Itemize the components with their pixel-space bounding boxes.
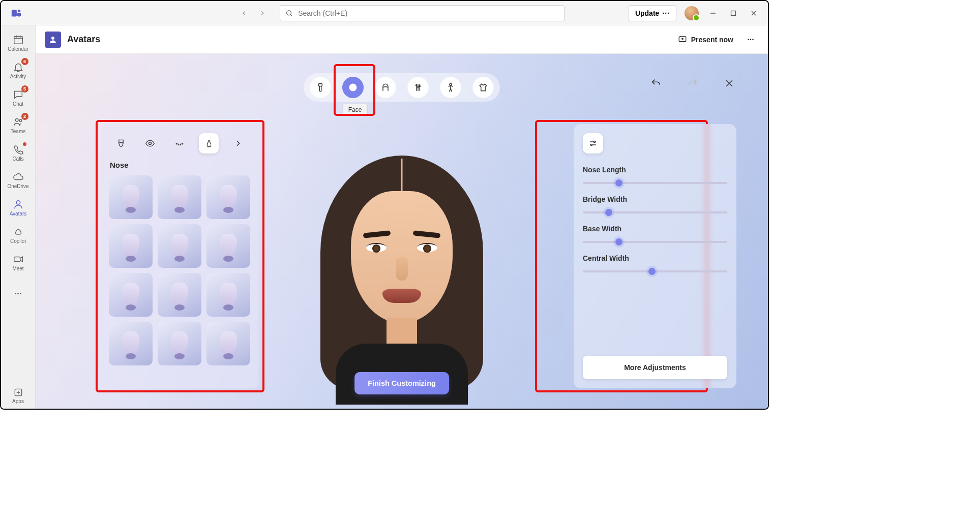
person-icon bbox=[13, 199, 24, 210]
slider-track[interactable] bbox=[583, 270, 727, 272]
rail-item-calendar[interactable]: Calendar bbox=[3, 29, 34, 56]
search-box[interactable] bbox=[280, 5, 565, 21]
redo-button[interactable] bbox=[686, 76, 700, 90]
nose-option-thumbnail[interactable] bbox=[158, 175, 201, 219]
close-editor-button[interactable] bbox=[722, 76, 736, 90]
slider-track[interactable] bbox=[583, 211, 727, 213]
nose-option-thumbnail[interactable] bbox=[109, 322, 153, 365]
rail-item-teams[interactable]: Teams2 bbox=[3, 112, 34, 138]
page-header: Avatars Present now ··· bbox=[36, 25, 768, 54]
slider-track[interactable] bbox=[583, 241, 727, 243]
slider-label: Central Width bbox=[583, 254, 727, 262]
user-avatar[interactable] bbox=[685, 6, 699, 20]
window-minimize-button[interactable] bbox=[703, 3, 723, 23]
svg-rect-5 bbox=[14, 36, 22, 44]
rail-item-meet[interactable]: Meet bbox=[3, 249, 34, 275]
feature-tab-more[interactable] bbox=[228, 133, 248, 153]
copilot-icon bbox=[13, 226, 24, 237]
nose-icon bbox=[204, 138, 214, 148]
slider-label: Base Width bbox=[583, 225, 727, 233]
svg-point-23 bbox=[149, 142, 152, 145]
svg-point-11 bbox=[51, 37, 54, 40]
undo-button[interactable] bbox=[649, 76, 663, 90]
rail-apps-button[interactable]: Apps bbox=[3, 382, 34, 409]
rail-item-label: Activity bbox=[10, 74, 26, 79]
window-maximize-button[interactable] bbox=[723, 3, 744, 23]
rail-item-calls[interactable]: Calls bbox=[3, 139, 34, 166]
svg-point-24 bbox=[594, 141, 596, 143]
category-makeup-button[interactable] bbox=[407, 77, 429, 98]
slider-label: Nose Length bbox=[583, 166, 727, 174]
finish-customizing-button[interactable]: Finish Customizing bbox=[354, 372, 449, 394]
nav-forward-button[interactable] bbox=[255, 6, 270, 20]
slider-bridge-width: Bridge Width bbox=[583, 195, 727, 213]
nav-back-button[interactable] bbox=[237, 6, 251, 20]
rail-item-label: Meet bbox=[12, 266, 23, 271]
more-adjustments-button[interactable]: More Adjustments bbox=[583, 356, 727, 379]
lashes-icon bbox=[174, 138, 185, 148]
rail-item-label: Teams bbox=[11, 129, 25, 134]
svg-point-8 bbox=[16, 200, 20, 204]
avatar-preview bbox=[300, 150, 503, 389]
svg-point-1 bbox=[18, 9, 21, 12]
slider-thumb[interactable] bbox=[648, 268, 656, 275]
feature-tab-face-shape[interactable] bbox=[111, 133, 131, 153]
nose-option-thumbnail[interactable] bbox=[109, 273, 153, 317]
feature-selector-panel: Nose bbox=[101, 124, 258, 388]
calendar-icon bbox=[13, 34, 24, 45]
category-hair-button[interactable] bbox=[375, 77, 396, 98]
slider-thumb[interactable] bbox=[615, 238, 622, 245]
page-title: Avatars bbox=[67, 34, 100, 45]
rail-more-button[interactable]: ··· bbox=[3, 281, 34, 307]
svg-point-14 bbox=[349, 84, 357, 91]
rail-item-onedrive[interactable]: OneDrive bbox=[3, 167, 34, 193]
svg-rect-0 bbox=[12, 10, 17, 16]
svg-point-6 bbox=[15, 118, 18, 121]
category-face-button[interactable] bbox=[342, 77, 364, 98]
update-label: Update bbox=[635, 9, 659, 17]
feature-tab-lashes[interactable] bbox=[169, 133, 190, 153]
svg-rect-9 bbox=[14, 257, 20, 261]
header-more-button[interactable]: ··· bbox=[743, 32, 759, 48]
window-close-button[interactable] bbox=[744, 3, 764, 23]
notification-dot bbox=[23, 142, 26, 146]
title-bar: Update ··· bbox=[1, 1, 768, 25]
hair-icon bbox=[380, 82, 391, 93]
slider-track[interactable] bbox=[583, 182, 727, 184]
feature-tab-row bbox=[108, 131, 251, 156]
more-adjustments-label: More Adjustments bbox=[624, 363, 686, 372]
nose-option-thumbnail[interactable] bbox=[206, 273, 250, 317]
nose-option-thumbnail[interactable] bbox=[109, 175, 153, 219]
feature-tab-eyes[interactable] bbox=[140, 133, 161, 153]
present-now-label: Present now bbox=[691, 36, 733, 44]
nose-option-thumbnail[interactable] bbox=[158, 224, 201, 268]
slider-thumb[interactable] bbox=[605, 209, 612, 216]
nose-option-thumbnail[interactable] bbox=[206, 224, 250, 268]
stage-action-bar bbox=[649, 76, 736, 90]
nose-thumbnail-grid bbox=[108, 175, 251, 365]
rail-item-activity[interactable]: Activity6 bbox=[3, 57, 34, 83]
slider-label: Bridge Width bbox=[583, 195, 727, 203]
nose-option-thumbnail[interactable] bbox=[206, 175, 250, 219]
cloud-icon bbox=[13, 171, 24, 182]
rail-item-avatars[interactable]: Avatars bbox=[3, 194, 34, 221]
category-wardrobe-button[interactable] bbox=[472, 77, 494, 98]
nose-option-thumbnail[interactable] bbox=[158, 322, 201, 365]
nose-option-thumbnail[interactable] bbox=[206, 322, 250, 365]
category-body-button[interactable] bbox=[310, 77, 331, 98]
present-now-button[interactable]: Present now bbox=[673, 32, 738, 47]
figure-icon bbox=[446, 82, 456, 93]
update-button[interactable]: Update ··· bbox=[629, 5, 676, 21]
rail-item-copilot[interactable]: Copilot bbox=[3, 222, 34, 248]
nose-option-thumbnail[interactable] bbox=[158, 273, 201, 317]
feature-tab-nose[interactable] bbox=[199, 133, 219, 153]
category-pill bbox=[304, 73, 500, 102]
search-input[interactable] bbox=[298, 9, 559, 17]
slider-central-width: Central Width bbox=[583, 254, 727, 272]
video-icon bbox=[13, 254, 24, 265]
nose-option-thumbnail[interactable] bbox=[109, 224, 153, 268]
svg-rect-2 bbox=[17, 13, 21, 16]
rail-item-chat[interactable]: Chat5 bbox=[3, 84, 34, 111]
slider-thumb[interactable] bbox=[615, 179, 622, 187]
category-figure-button[interactable] bbox=[440, 77, 461, 98]
